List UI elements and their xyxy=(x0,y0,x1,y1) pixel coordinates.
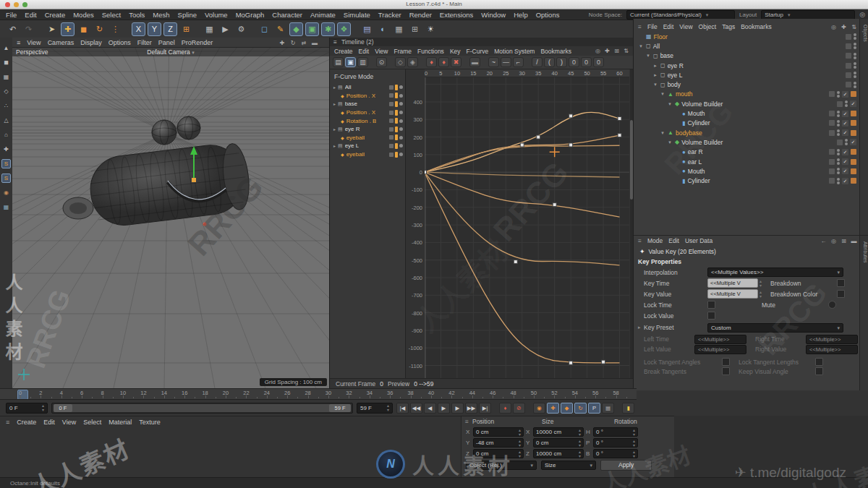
track-eyeball[interactable]: ◆eyeball xyxy=(330,134,405,142)
track-base[interactable]: ▸▤base xyxy=(330,100,405,108)
tangent-step-button[interactable]: ⌐ xyxy=(513,57,524,67)
menu-select[interactable]: Select xyxy=(102,11,121,19)
volume-builder-menu[interactable]: ◆ xyxy=(289,22,303,36)
om-search-icon[interactable]: ◎ xyxy=(830,23,838,31)
tangent-spline-button[interactable]: ~ xyxy=(488,57,499,67)
simulate-menu[interactable]: ◐ xyxy=(376,22,390,36)
tl-frame-icon[interactable]: ⊞ xyxy=(613,47,621,55)
record-objects-button[interactable]: ♦ xyxy=(499,403,511,414)
render-visibility-dots[interactable] xyxy=(854,33,856,40)
vp-maximize-icon[interactable]: ▬ xyxy=(310,38,319,47)
key-mode-button[interactable]: ▤ xyxy=(333,57,344,67)
primitive-object-menu[interactable]: ◻ xyxy=(258,22,271,36)
generator-check-tag[interactable]: ✓ xyxy=(850,100,856,107)
track-visibility-toggle[interactable] xyxy=(399,136,403,140)
deformer-menu[interactable]: ▤ xyxy=(360,22,374,36)
track-solo-toggle[interactable] xyxy=(389,135,393,140)
editor-visibility-toggle[interactable] xyxy=(846,63,851,69)
field-menu[interactable]: ✱ xyxy=(321,22,335,36)
panel-menu-icon[interactable]: ≡ xyxy=(638,237,642,244)
enable-axis-mode[interactable]: ✚ xyxy=(1,145,11,154)
generator-check-tag[interactable]: ✓ xyxy=(842,168,848,174)
om-move-icon[interactable]: ✚ xyxy=(840,23,848,31)
size-x-field[interactable]: 10000 cm▴▾ xyxy=(533,427,584,437)
expander-icon[interactable]: ▾ xyxy=(660,130,665,136)
auto-zero-button[interactable]: 0 xyxy=(593,57,604,67)
object-row-ear-l[interactable]: ●ear L✓ xyxy=(634,157,859,166)
object-row-cylinder[interactable]: ▮Cylinder✓ xyxy=(634,176,859,185)
layout-dropdown[interactable]: Startup▾ xyxy=(761,10,855,20)
object-row-volume-builder[interactable]: ▾◆Volume Builder✓ xyxy=(634,99,859,108)
play-button[interactable]: ▶ xyxy=(438,403,450,414)
material-menu-select[interactable]: Select xyxy=(83,419,101,426)
menu-mesh[interactable]: Mesh xyxy=(153,11,169,19)
timeline-menu-motion-system[interactable]: Motion System xyxy=(494,48,535,55)
coordinate-mode-dropdown[interactable]: Object (Rel.)▾ xyxy=(466,461,537,470)
render-visibility-dots[interactable] xyxy=(854,62,856,69)
keyframe-point[interactable] xyxy=(618,134,621,137)
viewport-canvas[interactable]: Perspective Default Camera ▾ Grid Spacin… xyxy=(12,48,329,388)
vp-zoom-icon[interactable]: ⇄ xyxy=(299,38,308,47)
apply-button[interactable]: Apply xyxy=(600,460,652,471)
render-visibility-dots[interactable] xyxy=(837,168,840,174)
volume-mesher-menu[interactable]: ▣ xyxy=(305,22,319,36)
prev-key-button[interactable]: ◀◀ xyxy=(410,403,422,414)
lock-value-checkbox[interactable] xyxy=(707,312,715,320)
vp-pan-icon[interactable]: ✚ xyxy=(278,38,286,47)
track-enable-toggle[interactable] xyxy=(395,127,398,132)
redo-button[interactable]: ↷ xyxy=(22,22,35,36)
keep-visual-angle-checkbox[interactable] xyxy=(815,367,823,375)
render-visibility-dots[interactable] xyxy=(845,100,848,107)
menu-character[interactable]: Character xyxy=(272,11,302,19)
material-tag[interactable] xyxy=(851,149,856,155)
editor-visibility-toggle[interactable] xyxy=(829,178,835,184)
toggle-position-button[interactable]: ✚ xyxy=(547,403,559,414)
track-all[interactable]: ▸▤All xyxy=(330,83,405,92)
menu-volume[interactable]: Volume xyxy=(205,11,228,19)
panel-menu-icon[interactable]: ≡ xyxy=(6,419,9,426)
rotation-p-field[interactable]: 0 °▴▾ xyxy=(593,438,638,448)
editor-visibility-toggle[interactable] xyxy=(846,72,851,78)
track-solo-toggle[interactable] xyxy=(389,153,393,157)
material-tag[interactable] xyxy=(851,91,856,97)
viewport-menu-prorender[interactable]: ProRender xyxy=(182,39,213,46)
panel-menu-icon[interactable]: ≡ xyxy=(17,39,20,46)
move-tool[interactable]: ✚ xyxy=(61,22,75,36)
track-enable-toggle[interactable] xyxy=(395,93,398,98)
expander-icon[interactable]: ▸ xyxy=(652,63,658,69)
menu-create[interactable]: Create xyxy=(45,11,66,19)
interpolation-dropdown[interactable]: <<Multiple Values>>▾ xyxy=(707,267,843,277)
object-row-base[interactable]: ▾◻base xyxy=(634,51,859,61)
coordinate-system[interactable]: ⊞ xyxy=(179,22,193,36)
current-frame-field[interactable]: 0 F▴▾ xyxy=(6,403,48,414)
points-mode[interactable]: ∴ xyxy=(1,101,11,111)
texture-mode[interactable]: ▦ xyxy=(1,72,11,82)
keyframe-point[interactable] xyxy=(618,117,621,121)
character-model[interactable] xyxy=(12,48,329,388)
generator-check-tag[interactable]: ✓ xyxy=(842,120,848,127)
toggle-pla-button[interactable]: ▦ xyxy=(602,403,614,414)
menu-animate[interactable]: Animate xyxy=(310,11,336,19)
goto-end-button[interactable]: ▶| xyxy=(479,403,491,414)
track-eye-l[interactable]: ▸▤eye L xyxy=(330,142,405,150)
object-row-body[interactable]: ▾◻body xyxy=(634,80,859,89)
attr-lock-icon[interactable]: ▬ xyxy=(850,237,858,245)
viewport-menu-panel[interactable]: Panel xyxy=(158,39,175,46)
key-value-field[interactable]: <<Multiple V xyxy=(707,289,758,299)
menu-modes[interactable]: Modes xyxy=(73,11,94,19)
editor-visibility-toggle[interactable] xyxy=(846,43,851,49)
camera-label[interactable]: Default Camera ▾ xyxy=(12,48,329,56)
zero-angle-button[interactable]: 0 xyxy=(569,57,579,67)
generator-check-tag[interactable]: ✓ xyxy=(842,111,848,117)
set-keyframe-button[interactable]: ▮ xyxy=(622,403,634,414)
end-frame-field[interactable]: 59 F▴▾ xyxy=(357,403,393,414)
right-time-field[interactable]: <<Multiple>> xyxy=(806,335,858,344)
attr-frame-icon[interactable]: ⊞ xyxy=(840,237,848,245)
fcurve-frame-ruler[interactable]: 051015202530354045505560 xyxy=(425,69,629,77)
node-space-dropdown[interactable]: Current (Standard/Physical)▾ xyxy=(626,10,735,20)
keyframe-point[interactable] xyxy=(569,143,573,147)
render-visibility-dots[interactable] xyxy=(837,129,840,136)
live-selection-tool[interactable]: ➤ xyxy=(45,22,59,36)
prev-frame-button[interactable]: ◀ xyxy=(424,403,436,414)
next-frame-button[interactable]: ▶ xyxy=(451,403,464,414)
